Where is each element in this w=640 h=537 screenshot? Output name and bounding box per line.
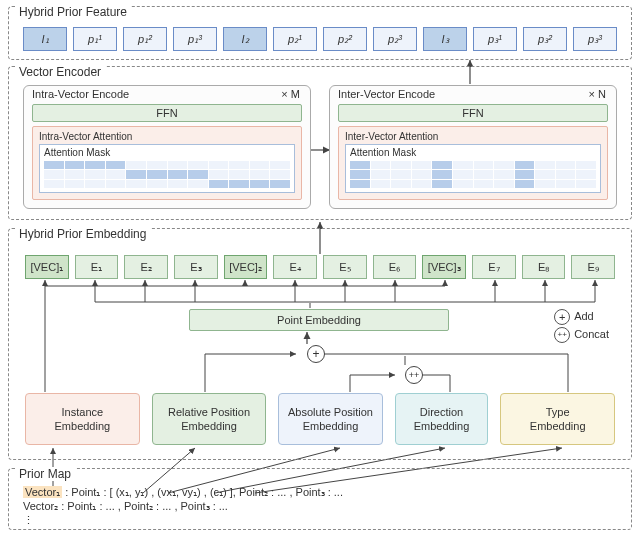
feature-token: I₂ bbox=[223, 27, 267, 51]
inter-attn-title: Inter-Vector Attention bbox=[345, 131, 601, 142]
embed-token: E₇ bbox=[472, 255, 516, 279]
inter-vector-encode-card: Inter-Vector Encode × N FFN Inter-Vector… bbox=[329, 85, 617, 209]
hybrid-prior-feature-section: Hybrid Prior Feature I₁ p₁¹ p₁² p₁³ I₂ p… bbox=[8, 6, 632, 60]
intra-vector-encode-card: Intra-Vector Encode × M FFN Intra-Vector… bbox=[23, 85, 311, 209]
add-icon: + bbox=[554, 309, 570, 325]
embed-token: E₁ bbox=[75, 255, 119, 279]
embed-token: [VEC]₁ bbox=[25, 255, 69, 279]
hybrid-prior-embedding-section: Hybrid Prior Embedding [VEC]₁ E₁ E₂ E₃ [… bbox=[8, 228, 632, 460]
prior-map-body: Vector₁ : Point₁ : [ (x₁, y₁) , (vx₁, vy… bbox=[23, 485, 617, 523]
embed-token: [VEC]₂ bbox=[224, 255, 268, 279]
type-embedding-card: TypeEmbedding bbox=[500, 393, 615, 445]
mask-label: Attention Mask bbox=[350, 147, 596, 158]
embed-token: E₄ bbox=[273, 255, 317, 279]
inter-title: Inter-Vector Encode bbox=[338, 88, 435, 100]
intra-attn-title: Intra-Vector Attention bbox=[39, 131, 295, 142]
prior-map-section: Prior Map Vector₁ : Point₁ : [ (x₁, y₁) … bbox=[8, 468, 632, 530]
absolute-position-embedding-card: Absolute PositionEmbedding bbox=[278, 393, 382, 445]
intra-mask-grid bbox=[44, 161, 290, 188]
embed-token: [VEC]₃ bbox=[422, 255, 466, 279]
embed-token: E₂ bbox=[124, 255, 168, 279]
legend: +Add ++Concat bbox=[554, 307, 609, 343]
intra-title: Intra-Vector Encode bbox=[32, 88, 129, 100]
vector-encoder-section: Vector Encoder Intra-Vector Encode × M F… bbox=[8, 66, 632, 220]
embed-token: E₈ bbox=[522, 255, 566, 279]
feature-token: p₂² bbox=[323, 27, 367, 51]
intra-attention-box: Intra-Vector Attention Attention Mask bbox=[32, 126, 302, 200]
ffn-box: FFN bbox=[32, 104, 302, 122]
vector1-points: : Point₁ : [ (x₁, y₁) , (vx₁, vy₁) , (c₁… bbox=[62, 486, 343, 498]
feature-token: p₃³ bbox=[573, 27, 617, 51]
inter-attention-box: Inter-Vector Attention Attention Mask bbox=[338, 126, 608, 200]
embedding-cards: InstanceEmbedding Relative PositionEmbed… bbox=[25, 393, 615, 445]
attention-mask-box: Attention Mask bbox=[345, 144, 601, 193]
attention-mask-box: Attention Mask bbox=[39, 144, 295, 193]
legend-concat-label: Concat bbox=[574, 328, 609, 340]
feature-token: p₃² bbox=[523, 27, 567, 51]
feature-token: p₁³ bbox=[173, 27, 217, 51]
concat-node: ++ bbox=[405, 366, 423, 384]
embed-token: E₃ bbox=[174, 255, 218, 279]
direction-embedding-card: DirectionEmbedding bbox=[395, 393, 489, 445]
embed-token: E₅ bbox=[323, 255, 367, 279]
venc-title: Vector Encoder bbox=[15, 65, 105, 79]
feature-token: p₁² bbox=[123, 27, 167, 51]
inter-mask-grid bbox=[350, 161, 596, 188]
embed-token: E₆ bbox=[373, 255, 417, 279]
vector2-line: Vector₂ : Point₁ : ... , Point₂ : ... , … bbox=[23, 499, 617, 513]
feature-token: p₂³ bbox=[373, 27, 417, 51]
hpe-title: Hybrid Prior Embedding bbox=[15, 227, 150, 241]
feature-token: p₂¹ bbox=[273, 27, 317, 51]
intra-mult: × M bbox=[281, 88, 300, 100]
ffn-box: FFN bbox=[338, 104, 608, 122]
hpf-title: Hybrid Prior Feature bbox=[15, 5, 131, 19]
add-node: + bbox=[307, 345, 325, 363]
concat-icon: ++ bbox=[554, 327, 570, 343]
inter-mult: × N bbox=[589, 88, 606, 100]
embedding-row: [VEC]₁ E₁ E₂ E₃ [VEC]₂ E₄ E₅ E₆ [VEC]₃ E… bbox=[25, 255, 615, 279]
feature-token: p₃¹ bbox=[473, 27, 517, 51]
embed-token: E₉ bbox=[571, 255, 615, 279]
feature-token: I₁ bbox=[23, 27, 67, 51]
relative-position-embedding-card: Relative PositionEmbedding bbox=[152, 393, 267, 445]
legend-add-label: Add bbox=[574, 310, 594, 322]
feature-token: p₁¹ bbox=[73, 27, 117, 51]
instance-embedding-card: InstanceEmbedding bbox=[25, 393, 140, 445]
pmap-title: Prior Map bbox=[15, 467, 75, 481]
vector1-label: Vector₁ bbox=[23, 486, 62, 498]
point-embedding-box: Point Embedding bbox=[189, 309, 449, 331]
feature-token: I₃ bbox=[423, 27, 467, 51]
vectors-ellipsis: ⋮ bbox=[23, 513, 617, 527]
mask-label: Attention Mask bbox=[44, 147, 290, 158]
